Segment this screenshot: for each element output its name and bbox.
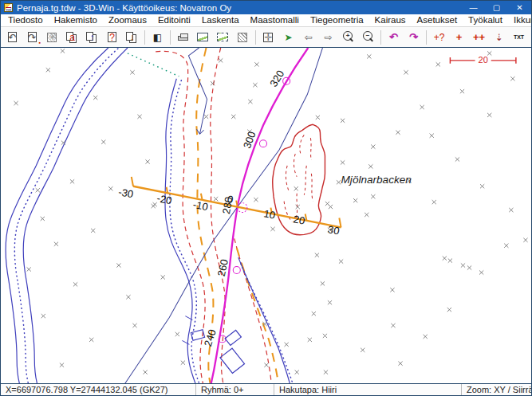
toolbar-separator (426, 30, 427, 45)
tb-query-file-button[interactable]: ? (102, 29, 122, 46)
file-write-icon: ↷ (28, 33, 36, 42)
tb-move-elements-button[interactable]: ↑ (82, 29, 102, 46)
tb-view-back-button[interactable]: ⇦ (298, 29, 318, 46)
move-elements-icon: ↑ (90, 33, 95, 42)
toolbar-separator (380, 30, 381, 45)
place-name-label: Mjölnarbacken (341, 174, 412, 186)
stream-band-inner (23, 48, 128, 383)
tb-element-down-button[interactable]: ↓ (122, 29, 142, 46)
map-features-layer (6, 48, 341, 383)
tb-hatch-pattern-button[interactable] (233, 29, 253, 46)
zoom-in-icon: + (343, 31, 353, 41)
station-label: 300 (241, 130, 258, 150)
menu-ikkuna[interactable]: Ikkuna (508, 14, 532, 26)
copy-elements-icon: a (69, 33, 75, 42)
boundary-zigzag (188, 48, 207, 134)
tb-zoom-selected-button[interactable]: ➤ (278, 29, 298, 46)
section-offset-label: 20 (293, 213, 306, 226)
status-zoom-mode: Zoom: XY / Siirrä (462, 384, 531, 395)
element-list-icon: ◧ (153, 33, 162, 42)
menu-tiegeometria[interactable]: Tiegeometria (305, 14, 369, 26)
hill-inner-dash-5 (286, 166, 289, 191)
app-window: Pernaja.tg.tdw - 3D-Win - Käyttöoikeus: … (0, 0, 532, 396)
point-pick-icon: ⇣ (495, 33, 502, 42)
station-label: 240 (202, 327, 219, 347)
point-search-icon: +? (434, 33, 445, 42)
road-centerline (210, 48, 309, 383)
menu-asetukset[interactable]: Asetukset (412, 14, 463, 26)
menu-zoomaus[interactable]: Zoomaus (103, 14, 152, 26)
view-back-icon: ⇦ (304, 33, 312, 42)
zoom-selected-icon: ➤ (284, 33, 292, 42)
tb-redo-button[interactable]: ↷ (404, 29, 424, 46)
tb-copy-elements-button[interactable]: a (62, 29, 82, 46)
minimize-button[interactable]: — (462, 1, 485, 14)
menu-hakemisto[interactable]: Hakemisto (49, 14, 103, 26)
zoom-out-icon: − (363, 31, 372, 41)
map-canvas[interactable]: 320300280260240-30-20-100102030Mjölnarba… (1, 47, 531, 384)
tb-element-list-button[interactable]: ◧ (148, 29, 167, 46)
status-bar: X=6697076.798 Y=27444132.045 (GK27) Ryhm… (1, 384, 531, 395)
toolbar-separator (170, 30, 171, 45)
section-offset-label: -30 (117, 186, 134, 200)
file-convert-icon: ✳ (48, 33, 56, 42)
query-file-icon: ? (109, 33, 115, 42)
menu-bar: TiedostoHakemistoZoomausEditointiLaskent… (1, 14, 531, 27)
view-forward-icon: ⇨ (324, 33, 332, 42)
hatch-pattern-icon (238, 33, 247, 42)
tb-view-forward-button[interactable]: ⇨ (318, 29, 338, 46)
close-button[interactable]: ✕ (508, 1, 531, 14)
tb-point-pick-button[interactable]: ⇣ (489, 29, 509, 46)
tb-print-button[interactable] (173, 29, 193, 46)
title-bar: Pernaja.tg.tdw - 3D-Win - Käyttöoikeus: … (1, 1, 531, 14)
menu-laskenta[interactable]: Laskenta (196, 14, 245, 26)
status-group: Ryhmä: 0+ (196, 384, 274, 395)
tb-undo-button[interactable]: ↶ (384, 29, 404, 46)
toolbar: ↶↷▪✳a↑?↓◧✛➤⇦⇨+−↶↷+?+++⇣TXT△✱➥%+✓xyz▲z (1, 27, 531, 47)
section-offset-label: -10 (192, 198, 209, 213)
print-icon (178, 36, 188, 41)
tb-points-add-button[interactable]: ++ (469, 29, 489, 46)
tb-export-image-button[interactable] (193, 29, 213, 46)
window-title: Pernaja.tg.tdw - 3D-Win - Käyttöoikeus: … (17, 3, 462, 13)
tb-point-add-button[interactable]: + (449, 29, 469, 46)
redo-icon: ↷ (409, 32, 418, 42)
tb-zoom-extents-button[interactable]: ✛ (258, 29, 278, 46)
copy-image-icon (217, 33, 228, 41)
status-search-mode: Hakutapa: Hiiri (274, 384, 462, 395)
scale-bar-label: 20 (478, 55, 487, 65)
hill-inner-dash-2 (310, 138, 311, 160)
status-coordinates: X=6697076.798 Y=27444132.045 (GK27) (1, 384, 196, 395)
tb-file-write-button[interactable]: ↷▪ (22, 29, 42, 46)
maximize-button[interactable]: ▢ (485, 1, 508, 14)
tb-file-convert-button[interactable]: ✳ (42, 29, 62, 46)
tb-file-read-button[interactable]: ↶ (2, 29, 22, 46)
export-image-icon (197, 33, 208, 41)
hill-inner-dash-8 (284, 202, 292, 222)
menu-tiedosto[interactable]: Tiedosto (2, 14, 49, 26)
road-edge-left (165, 79, 199, 383)
hill-inner-dash-4 (304, 166, 306, 195)
boundary-line (120, 48, 323, 383)
toolbar-separator (255, 30, 256, 45)
map-drawing: 320300280260240-30-20-100102030Mjölnarba… (1, 48, 531, 383)
tb-zoom-out-button[interactable]: − (358, 29, 378, 46)
menu-työkalut[interactable]: Työkalut (463, 14, 508, 26)
undo-icon: ↶ (389, 32, 398, 42)
menu-editointi[interactable]: Editointi (152, 14, 196, 26)
window-controls: —▢✕ (462, 1, 531, 14)
tb-zoom-in-button[interactable]: + (338, 29, 358, 46)
hill-inner-dash-3 (294, 154, 297, 177)
section-offset-label: 10 (262, 207, 276, 221)
points-add-icon: ++ (473, 32, 485, 42)
tb-point-search-button[interactable]: +? (429, 29, 449, 46)
hill-inner-dash-7 (311, 174, 313, 202)
tb-copy-image-button[interactable] (213, 29, 233, 46)
menu-kairaus[interactable]: Kairaus (369, 14, 412, 26)
scale-bar: 20 (450, 55, 515, 65)
menu-maastomalli[interactable]: Maastomalli (245, 14, 305, 26)
tb-text-tool-button[interactable]: TXT (509, 29, 529, 46)
zoom-extents-icon: ✛ (264, 33, 272, 42)
section-offset-label: -20 (156, 192, 172, 206)
text-tool-icon: TXT (514, 34, 524, 40)
